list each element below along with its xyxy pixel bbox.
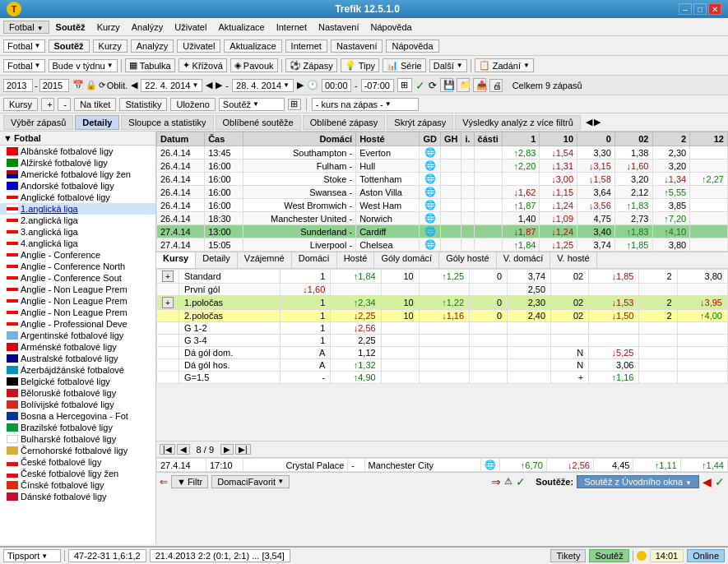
tab-prev-icon[interactable]: ◀: [586, 117, 592, 127]
tab-detaily[interactable]: Detaily: [75, 115, 119, 130]
expand-button[interactable]: +: [162, 270, 174, 282]
soutez-button[interactable]: Soutěž: [49, 39, 90, 53]
sidebar-item-ceske[interactable]: České fotbalové ligy: [0, 456, 155, 468]
na-tiket-btn[interactable]: Na tiket: [74, 98, 116, 111]
statistiky-btn[interactable]: Statistiky: [119, 98, 167, 111]
sidebar-item-conference-north[interactable]: Anglie - Conference North: [0, 261, 155, 272]
sidebar-item-professional[interactable]: Anglie - Professional Deve: [0, 318, 155, 330]
souteze-window-btn[interactable]: Soutěž z Úvodního okna ▼: [577, 475, 699, 488]
arrow-left-icon[interactable]: ⇐: [160, 476, 168, 488]
print-icon[interactable]: 🖨: [489, 79, 503, 92]
sidebar-item-ceske-zen[interactable]: České fotbalové ligy žen: [0, 468, 155, 479]
year2-input[interactable]: 2015: [39, 79, 69, 92]
odds-tab-kursy[interactable]: Kursy: [156, 252, 196, 268]
year1-input[interactable]: 2013: [3, 79, 33, 92]
table-row[interactable]: 27.4.1415:05Liverpool -Chelsea🌐↑1,84↓1,2…: [157, 238, 728, 252]
sidebar-item-cinske[interactable]: Čínské fotbalové ligy: [0, 479, 155, 491]
pavouk-button[interactable]: ◈ Pavouk: [230, 58, 278, 72]
table-row[interactable]: 26.4.1413:45Southampton -Everton🌐↑2,83↓1…: [157, 146, 728, 159]
odds-row[interactable]: První gól↓1,602,50: [157, 284, 728, 296]
tab-vysledky[interactable]: Výsledky analýz z více filtrů: [455, 115, 581, 130]
odds-tab-v-domaci[interactable]: V. domácí: [497, 252, 551, 268]
tab-vyberzapasu[interactable]: Výběr zápasů: [3, 115, 73, 130]
sport-dropdown[interactable]: Fotbal ▼: [3, 39, 45, 53]
tab-oblibene-zapasy[interactable]: Oblíbené zápasy: [303, 115, 386, 130]
sidebar-item-3anglicka[interactable]: 3.anglická liga: [0, 226, 155, 238]
sidebar-item-belgicke[interactable]: Belgické fotbalové ligy: [0, 376, 155, 387]
odds-row[interactable]: 2.poločas1↓2,2510↓1,1602,4002↓1,502↑4,00: [157, 310, 728, 322]
menu-soutez[interactable]: Soutěž: [51, 21, 90, 34]
menu-aktualizace[interactable]: Aktualizace: [213, 21, 269, 34]
nav-first-icon[interactable]: |◀: [160, 444, 175, 455]
table-row[interactable]: 26.4.1416:00West Bromwich -West Ham🌐↑1,8…: [157, 199, 728, 212]
odds-row[interactable]: G 1-21↓2,56: [157, 322, 728, 335]
odds-row[interactable]: Dá gól hos.A↑1,32N3,06: [157, 359, 728, 372]
tab-oblibene-souteze[interactable]: Oblíbené soutěže: [216, 115, 301, 130]
expand-button[interactable]: +: [162, 297, 174, 308]
export-icon[interactable]: 📤: [473, 78, 486, 92]
nav-arrow-right[interactable]: ▶: [216, 80, 222, 90]
kurzy-button[interactable]: Kurzy: [93, 39, 128, 53]
kursy-sub-btn[interactable]: Kursy: [3, 98, 38, 111]
sidebar-item-australske[interactable]: Australské fotbalové ligy: [0, 353, 155, 364]
sidebar-item-1anglicka[interactable]: 1.anglická liga: [0, 203, 155, 215]
sidebar-item-brazilske[interactable]: Brazilské fotbalové ligy: [0, 422, 155, 433]
souteze-red-arrow-icon[interactable]: ◀: [702, 475, 712, 488]
sidebar-item-bolivijske[interactable]: Bolívijské fotbalové ligy: [0, 399, 155, 410]
green-check-icon[interactable]: ✓: [516, 475, 526, 488]
odds-row[interactable]: +1.poločas1↑2,3410↑1,2202,3002↓1,532↓3,9…: [157, 296, 728, 310]
table-row[interactable]: 27.4.1413:00Sunderland -Cardiff🌐↓1,87↓1,…: [157, 225, 728, 238]
table-row[interactable]: 27.4.14 17:10 Crystal Palace - Mancheste…: [157, 459, 728, 472]
minimize-button[interactable]: –: [679, 3, 692, 15]
napoveda-button[interactable]: Nápověda: [386, 39, 438, 53]
odds-row[interactable]: G 3-412,25: [157, 335, 728, 347]
internet-button[interactable]: Internet: [285, 39, 327, 53]
zadani-button[interactable]: 📋 Zadání ▼: [475, 58, 534, 72]
sidebar-item-conference[interactable]: Anglie - Conference: [0, 249, 155, 261]
sidebar-item-azerbajdzanske[interactable]: Ázerbájdžánské fotbalové: [0, 364, 155, 376]
tab-next-icon[interactable]: ▶: [594, 117, 600, 127]
domaci-favorit-btn[interactable]: DomaciFavorit ▼: [211, 475, 290, 488]
sidebar-item-alzirske[interactable]: Alžirské fotbalové ligy: [0, 157, 155, 169]
menu-internet[interactable]: Internet: [271, 21, 312, 34]
sidebar-item-non-league2[interactable]: Anglie - Non League Prem: [0, 295, 155, 307]
sidebar-item-danske[interactable]: Dánské fotbalové ligy: [0, 491, 155, 502]
odds-row[interactable]: Dá gól dom.A1,12N↓5,25: [157, 347, 728, 359]
maximize-button[interactable]: □: [693, 3, 707, 15]
odds-tab-detaily[interactable]: Detaily: [196, 252, 238, 268]
time2-input[interactable]: -07:00: [361, 79, 394, 92]
sidebar-item-argentinske[interactable]: Argentinské fotbalové ligy: [0, 330, 155, 341]
sidebar-item-americke[interactable]: Americké fotbalové ligy žen: [0, 169, 155, 180]
soutez-icon-btn[interactable]: ⊞: [288, 99, 301, 110]
table-row[interactable]: 26.4.1416:00Fulham -Hull🌐↑2,20↓1,31↓3,15…: [157, 159, 728, 173]
sidebar-item-4anglicka[interactable]: 4.anglická liga: [0, 238, 155, 249]
sidebar-item-non-league1[interactable]: Anglie - Non League Prem: [0, 284, 155, 295]
dalsi-button[interactable]: Další ▼: [429, 59, 467, 72]
sidebar-item-conference-south[interactable]: Anglie - Conference Sout: [0, 272, 155, 284]
time1-input[interactable]: 00:00: [322, 79, 351, 92]
sport2-dropdown[interactable]: Fotbal ▼: [3, 59, 45, 72]
week-dropdown[interactable]: Bude v týdnu ▼: [49, 59, 118, 72]
refresh-icon2[interactable]: ⟳: [429, 80, 437, 91]
uzivatel-button[interactable]: Uživatel: [177, 39, 220, 53]
nav-arrow-right2[interactable]: ▶: [297, 80, 304, 90]
krizova-button[interactable]: ✦ Křížová: [179, 58, 227, 72]
green-check1[interactable]: ✓: [415, 79, 425, 92]
tabulka-button[interactable]: ▦ Tabulka: [125, 58, 175, 72]
sidebar-item-non-league3[interactable]: Anglie - Non League Prem: [0, 307, 155, 318]
sidebar-item-albanske[interactable]: Albánské fotbalové ligy: [0, 146, 155, 157]
sidebar-item-2anglicka[interactable]: 2.anglická liga: [0, 215, 155, 226]
table-row[interactable]: 26.4.1418:30Manchester United -Norwich🌐1…: [157, 212, 728, 225]
sidebar-item-beloruske[interactable]: Běloruské fotbalové ligy: [0, 387, 155, 399]
nav-arrow-left[interactable]: ◀: [206, 80, 212, 90]
timezone-btn[interactable]: ⊞: [397, 78, 412, 92]
date1-dropdown[interactable]: 22. 4. 2014 ▼: [141, 79, 202, 92]
analyzy-button[interactable]: Analýzy: [131, 39, 174, 53]
sidebar-item-bulharske[interactable]: Bulharské fotbalové ligy: [0, 433, 155, 445]
odds-tab-vzajemne[interactable]: Vzájemné: [238, 252, 292, 268]
odds-tab-goly-hoste[interactable]: Góly hosté: [439, 252, 497, 268]
menu-napoveda[interactable]: Nápověda: [366, 21, 417, 34]
odds-tab-goly-domaci[interactable]: Góly domácí: [374, 252, 439, 268]
souteze-green-check-icon[interactable]: ✓: [715, 475, 725, 488]
close-button[interactable]: ✕: [708, 3, 721, 15]
